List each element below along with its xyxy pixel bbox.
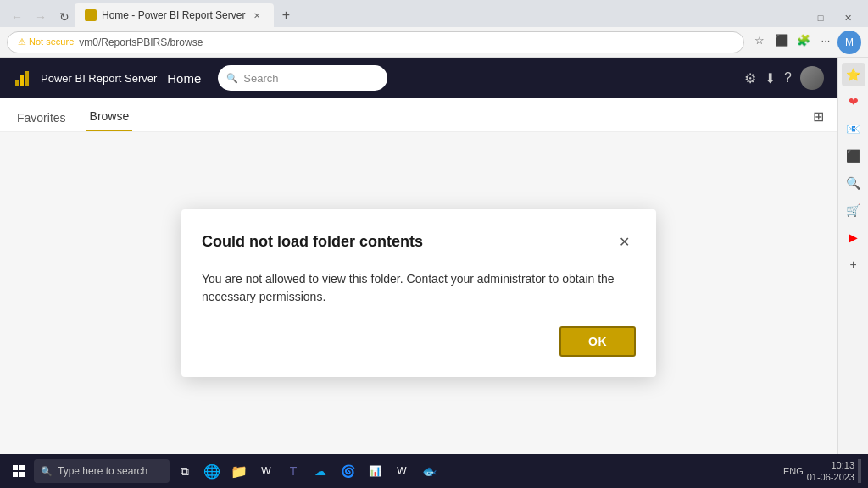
extensions-button[interactable]: 🧩 [793, 30, 814, 51]
tray-clock: 10:13 01-06-2023 [807, 459, 854, 484]
tab-browse[interactable]: Browse [86, 109, 133, 131]
security-warning-icon: ⚠ Not secure [18, 36, 74, 47]
svg-rect-0 [15, 80, 19, 86]
download-icon[interactable]: ⬇ [765, 70, 776, 86]
task-view-button[interactable]: ⧉ [173, 459, 197, 483]
user-avatar[interactable] [800, 66, 824, 90]
star-button[interactable]: ☆ [749, 30, 770, 51]
minimize-button[interactable]: — [780, 8, 807, 27]
svg-rect-3 [13, 465, 18, 470]
svg-rect-1 [20, 75, 24, 86]
taskbar-search-placeholder: Type here to search [58, 465, 147, 477]
close-button[interactable]: ✕ [834, 8, 861, 27]
side-panel: ⭐ ❤ 📧 ⬛ 🔍 🛒 ▶ + [837, 58, 868, 454]
dialog-title: Could not load folder contents [202, 233, 423, 251]
start-button[interactable] [7, 459, 31, 483]
taskbar-app-icon[interactable]: 🐟 [417, 459, 441, 483]
address-bar-row: ⚠ Not secure vm0/ReportsPBIRS/browse ☆ ⬛… [0, 27, 868, 58]
dialog-header: Could not load folder contents ✕ [181, 209, 656, 263]
pbi-logo-icon [14, 68, 34, 88]
taskbar-onedrive-icon[interactable]: ☁ [309, 459, 332, 483]
tab-title: Home - Power BI Report Server [102, 9, 245, 21]
tab-favorites[interactable]: Favorites [14, 111, 70, 131]
profile-button[interactable]: M [837, 30, 861, 54]
tray-time-text: 10:13 [807, 459, 854, 471]
active-tab[interactable]: Home - Power BI Report Server ✕ [75, 3, 274, 27]
main-content: Power BI Report Server Home 🔍 Search ⚙ ⬇… [0, 58, 837, 454]
pbi-sub-header: Favorites Browse ⊞ [0, 98, 837, 132]
search-icon: 🔍 [226, 73, 238, 84]
svg-rect-6 [19, 472, 25, 477]
sidebar-favorites-icon[interactable]: ⭐ [842, 63, 865, 86]
pbi-body: Could not load folder contents ✕ You are… [0, 132, 837, 454]
pbi-nav-home[interactable]: Home [167, 71, 201, 86]
browser-action-buttons: ☆ ⬛ 🧩 ··· M [749, 30, 861, 54]
dialog-message: You are not allowed to view this folder.… [202, 272, 615, 303]
dialog-close-button[interactable]: ✕ [612, 230, 636, 253]
taskbar-edge-icon[interactable]: 🌐 [200, 459, 224, 483]
svg-rect-5 [13, 472, 18, 477]
forward-button[interactable]: → [31, 7, 51, 27]
svg-rect-2 [25, 71, 29, 86]
taskbar-edge2-icon[interactable]: 🌀 [336, 459, 359, 483]
taskbar: 🔍 Type here to search ⧉ 🌐 📁 W T ☁ 🌀 📊 W … [0, 454, 868, 488]
taskbar-search-bar[interactable]: 🔍 Type here to search [34, 459, 170, 483]
tab-favicon-icon [85, 9, 97, 21]
taskbar-search-icon: 🔍 [41, 466, 53, 477]
pbi-logo: Power BI Report Server [14, 68, 157, 88]
sidebar-youtube-icon[interactable]: ▶ [842, 225, 865, 249]
more-button[interactable]: ··· [815, 30, 836, 51]
dialog: Could not load folder contents ✕ You are… [181, 209, 656, 377]
tab-bar: ← → ↻ Home - Power BI Report Server ✕ + … [0, 0, 868, 27]
dialog-body: You are not allowed to view this folder.… [181, 263, 656, 326]
sidebar-add-icon[interactable]: + [842, 252, 865, 276]
address-bar[interactable]: ⚠ Not secure vm0/ReportsPBIRS/browse [7, 31, 744, 53]
back-button[interactable]: ← [7, 7, 27, 27]
dialog-footer: OK [181, 326, 656, 377]
taskbar-word-icon[interactable]: W [390, 459, 414, 483]
taskbar-tray: ENG 10:13 01-06-2023 [783, 459, 861, 484]
svg-rect-4 [19, 465, 25, 470]
tab-close-button[interactable]: ✕ [250, 8, 264, 22]
url-text: vm0/ReportsPBIRS/browse [79, 36, 203, 48]
pbi-app-name: Power BI Report Server [41, 72, 157, 85]
new-tab-button[interactable]: + [274, 3, 298, 27]
tray-language: ENG [783, 466, 804, 476]
browser-content-area: Power BI Report Server Home 🔍 Search ⚙ ⬇… [0, 58, 868, 454]
sidebar-outlook-icon[interactable]: 📧 [842, 117, 865, 141]
search-placeholder-text: Search [243, 72, 278, 85]
dialog-overlay: Could not load folder contents ✕ You are… [0, 132, 837, 454]
sidebar-office-icon[interactable]: ⬛ [842, 144, 865, 168]
reload-button[interactable]: ↻ [54, 7, 75, 27]
ok-button[interactable]: OK [559, 326, 636, 357]
settings-icon[interactable]: ⚙ [744, 70, 756, 86]
sidebar-shopping-icon[interactable]: 🛒 [842, 198, 865, 222]
view-toggle-button[interactable]: ⊞ [813, 108, 824, 125]
collections-button[interactable]: ⬛ [771, 30, 792, 51]
sidebar-collections-icon[interactable]: ❤ [842, 90, 865, 114]
maximize-button[interactable]: □ [807, 8, 834, 27]
sidebar-bing-icon[interactable]: 🔍 [842, 171, 865, 195]
browser-controls: ← → ↻ [7, 7, 75, 27]
taskbar-powerbi-icon[interactable]: 📊 [363, 459, 387, 483]
pbi-search-bar[interactable]: 🔍 Search [218, 65, 387, 91]
taskbar-office-icon[interactable]: W [254, 459, 278, 483]
tray-date-text: 01-06-2023 [807, 471, 854, 483]
window-controls: — □ ✕ [780, 8, 861, 27]
show-desktop-button[interactable] [858, 459, 861, 483]
help-icon[interactable]: ? [784, 70, 792, 86]
taskbar-explorer-icon[interactable]: 📁 [227, 459, 251, 483]
pbi-header: Power BI Report Server Home 🔍 Search ⚙ ⬇… [0, 58, 837, 98]
taskbar-teams-icon[interactable]: T [281, 459, 305, 483]
browser-window: ← → ↻ Home - Power BI Report Server ✕ + … [0, 0, 868, 488]
pbi-header-actions: ⚙ ⬇ ? [744, 66, 824, 90]
